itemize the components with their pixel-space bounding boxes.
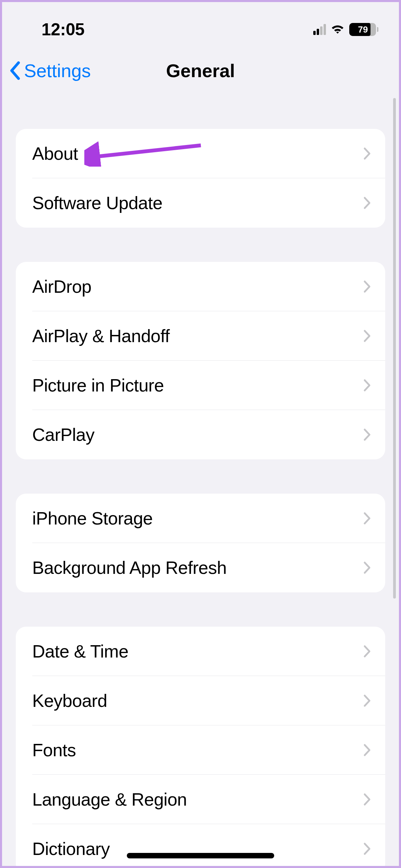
chevron-right-icon	[363, 744, 371, 757]
row-picture-in-picture[interactable]: Picture in Picture	[16, 361, 385, 410]
settings-group: AirDrop AirPlay & Handoff Picture in Pic…	[16, 262, 385, 459]
row-label: Fonts	[32, 740, 76, 760]
chevron-right-icon	[363, 379, 371, 392]
battery-percent: 79	[349, 24, 376, 35]
row-label: Dictionary	[32, 839, 110, 859]
row-label: Background App Refresh	[32, 557, 227, 578]
row-label: Picture in Picture	[32, 375, 164, 396]
chevron-right-icon	[363, 512, 371, 525]
row-airdrop[interactable]: AirDrop	[16, 262, 385, 311]
chevron-right-icon	[363, 842, 371, 855]
row-carplay[interactable]: CarPlay	[16, 410, 385, 459]
chevron-left-icon	[9, 61, 21, 80]
chevron-right-icon	[363, 196, 371, 209]
row-airplay-handoff[interactable]: AirPlay & Handoff	[16, 311, 385, 361]
row-software-update[interactable]: Software Update	[16, 178, 385, 228]
row-label: About	[32, 143, 78, 164]
row-keyboard[interactable]: Keyboard	[16, 676, 385, 725]
row-label: AirDrop	[32, 276, 92, 297]
row-date-time[interactable]: Date & Time	[16, 627, 385, 676]
chevron-right-icon	[363, 793, 371, 806]
wifi-icon	[330, 24, 345, 35]
row-label: Date & Time	[32, 641, 129, 662]
row-background-app-refresh[interactable]: Background App Refresh	[16, 543, 385, 592]
navigation-bar: Settings General	[2, 47, 399, 95]
row-fonts[interactable]: Fonts	[16, 725, 385, 775]
page-title: General	[166, 60, 235, 81]
row-label: Software Update	[32, 193, 162, 213]
cellular-signal-icon	[313, 24, 326, 35]
battery-icon: 79	[349, 23, 378, 36]
settings-group: About Software Update	[16, 129, 385, 228]
chevron-right-icon	[363, 428, 371, 441]
back-label: Settings	[24, 60, 91, 81]
chevron-right-icon	[363, 694, 371, 707]
chevron-right-icon	[363, 280, 371, 293]
row-dictionary[interactable]: Dictionary	[16, 824, 385, 868]
chevron-right-icon	[363, 329, 371, 342]
row-label: Language & Region	[32, 789, 187, 810]
back-button[interactable]: Settings	[9, 60, 91, 81]
settings-group: iPhone Storage Background App Refresh	[16, 494, 385, 592]
chevron-right-icon	[363, 147, 371, 160]
home-indicator[interactable]	[127, 853, 274, 858]
row-label: iPhone Storage	[32, 508, 153, 529]
status-indicators: 79	[313, 23, 382, 36]
row-label: CarPlay	[32, 424, 94, 445]
row-label: Keyboard	[32, 690, 107, 711]
status-time: 12:05	[41, 20, 84, 39]
row-label: AirPlay & Handoff	[32, 326, 170, 346]
chevron-right-icon	[363, 645, 371, 658]
row-iphone-storage[interactable]: iPhone Storage	[16, 494, 385, 543]
chevron-right-icon	[363, 561, 371, 574]
settings-group: Date & Time Keyboard Fonts Language & Re…	[16, 627, 385, 868]
settings-content: About Software Update AirDrop AirPlay & …	[2, 129, 399, 868]
scrollbar[interactable]	[393, 98, 396, 599]
row-language-region[interactable]: Language & Region	[16, 775, 385, 824]
status-bar: 12:05 79	[2, 2, 399, 47]
row-about[interactable]: About	[16, 129, 385, 178]
